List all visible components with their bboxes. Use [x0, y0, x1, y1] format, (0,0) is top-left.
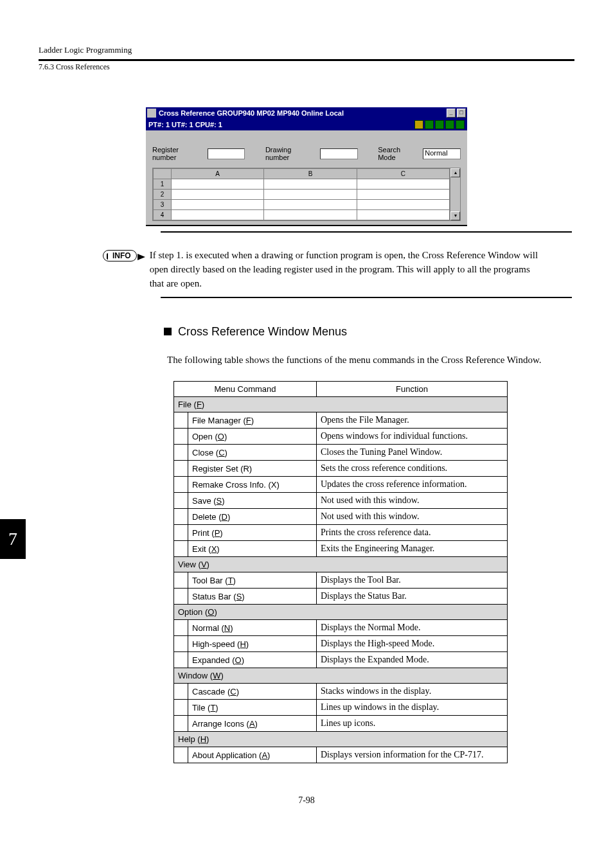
table-indent-cell [174, 684, 188, 700]
search-mode-input[interactable]: Normal [423, 148, 461, 159]
status-icon [425, 120, 434, 129]
table-function-cell: Sets the cross reference conditions. [317, 461, 508, 477]
table-indent-cell [174, 429, 188, 445]
register-number-input[interactable] [208, 148, 245, 159]
table-indent-cell [174, 541, 188, 557]
table-group-row: Help (H) [174, 732, 508, 747]
menu-commands-table: Menu Command Function File (F)File Manag… [173, 381, 508, 763]
info-badge: INFO [103, 250, 137, 261]
table-command-cell: Tool Bar (T) [188, 572, 317, 589]
status-icon [435, 120, 444, 129]
table-command-cell: High-speed (H) [188, 636, 317, 652]
table-function-cell: Displays version information for the CP-… [317, 747, 508, 763]
minimize-button[interactable]: _ [447, 109, 456, 118]
table-command-cell: About Application (A) [188, 747, 317, 763]
table-header-command: Menu Command [174, 382, 317, 397]
table-command-cell: Remake Cross Info. (X) [188, 477, 317, 493]
table-function-cell: Displays the Tool Bar. [317, 572, 508, 589]
table-indent-cell [174, 700, 188, 716]
table-command-cell: Expanded (O) [188, 652, 317, 668]
table-command-cell: Print (P) [188, 525, 317, 541]
grid-col-header: C [357, 169, 449, 179]
table-indent-cell [174, 636, 188, 652]
table-group-row: Window (W) [174, 668, 508, 684]
table-indent-cell [174, 445, 188, 461]
register-number-label: Register number [152, 146, 204, 161]
table-command-cell: Tile (T) [188, 700, 317, 716]
table-function-cell: Displays the Expanded Mode. [317, 652, 508, 668]
grid-col-header: A [172, 169, 264, 179]
table-function-cell: Displays the Normal Mode. [317, 620, 508, 636]
table-command-cell: Register Set (R) [188, 461, 317, 477]
grid-row-header: 4 [154, 210, 172, 220]
embedded-screenshot: Cross Reference GROUP940 MP02 MP940 Onli… [146, 107, 467, 226]
table-function-cell: Closes the Tuning Panel Window. [317, 445, 508, 461]
table-indent-cell [174, 493, 188, 509]
table-command-cell: Arrange Icons (A) [188, 716, 317, 732]
sub-head: 7.6.3 Cross References [39, 62, 574, 72]
grid-col-header: B [264, 169, 357, 179]
table-indent-cell [174, 652, 188, 668]
table-group-row: File (F) [174, 397, 508, 412]
table-command-cell: Close (C) [188, 445, 317, 461]
drawing-number-input[interactable] [320, 148, 358, 159]
maximize-button[interactable]: □ [457, 109, 466, 118]
window-icon [147, 109, 156, 118]
table-indent-cell [174, 412, 188, 429]
table-indent-cell [174, 509, 188, 525]
table-group-row: View (V) [174, 557, 508, 572]
section-heading: Cross Reference Window Menus [164, 325, 574, 339]
table-function-cell: Lines up windows in the display. [317, 700, 508, 716]
status-icon [445, 120, 454, 129]
table-indent-cell [174, 461, 188, 477]
result-grid[interactable]: A B C 1 2 3 4 [152, 168, 450, 221]
scroll-up-button[interactable]: ▴ [450, 168, 460, 177]
running-head: Ladder Logic Programming [39, 45, 574, 55]
grid-corner [154, 169, 172, 179]
search-mode-label: Search Mode [378, 146, 419, 161]
table-group-row: Option (O) [174, 605, 508, 620]
info-rule [161, 297, 572, 298]
table-indent-cell [174, 716, 188, 732]
table-command-cell: Cascade (C) [188, 684, 317, 700]
table-command-cell: Delete (D) [188, 509, 317, 525]
table-header-function: Function [317, 382, 508, 397]
bullet-square-icon [164, 328, 172, 335]
table-function-cell: Displays the Status Bar. [317, 589, 508, 605]
table-function-cell: Updates the cross reference information. [317, 477, 508, 493]
table-command-cell: Normal (N) [188, 620, 317, 636]
section-lead: The following table shows the functions … [167, 351, 553, 369]
table-function-cell: Opens windows for individual functions. [317, 429, 508, 445]
table-function-cell: Displays the High-speed Mode. [317, 636, 508, 652]
table-command-cell: Save (S) [188, 493, 317, 509]
table-function-cell: Not used with this window. [317, 509, 508, 525]
table-command-cell: Exit (X) [188, 541, 317, 557]
grid-row-header: 2 [154, 190, 172, 200]
table-function-cell: Exits the Engineering Manager. [317, 541, 508, 557]
table-command-cell: Status Bar (S) [188, 589, 317, 605]
scroll-down-button[interactable]: ▾ [450, 211, 460, 220]
table-indent-cell [174, 747, 188, 763]
status-icon [414, 120, 423, 129]
grid-row-header: 3 [154, 200, 172, 210]
table-function-cell: Not used with this window. [317, 493, 508, 509]
status-text: PT#: 1 UT#: 1 CPU#: 1 [148, 121, 222, 128]
status-icon [456, 120, 465, 129]
window-title: Cross Reference GROUP940 MP02 MP940 Onli… [159, 109, 447, 117]
chapter-tab: 7 [0, 519, 26, 559]
page-number: 7-98 [39, 795, 574, 806]
info-text: If step 1. is executed when a drawing or… [150, 249, 542, 290]
table-function-cell: Stacks windows in the display. [317, 684, 508, 700]
drawing-number-label: Drawing number [265, 146, 316, 161]
window-titlebar: Cross Reference GROUP940 MP02 MP940 Onli… [146, 107, 467, 119]
table-function-cell: Opens the File Manager. [317, 412, 508, 429]
rule-top [39, 59, 574, 61]
table-indent-cell [174, 525, 188, 541]
table-indent-cell [174, 589, 188, 605]
vertical-scrollbar[interactable]: ▴ ▾ [450, 168, 461, 221]
window-status-bar: PT#: 1 UT#: 1 CPU#: 1 [146, 119, 467, 130]
table-indent-cell [174, 477, 188, 493]
window-body: Register number Drawing number Search Mo… [146, 130, 467, 225]
table-function-cell: Lines up icons. [317, 716, 508, 732]
table-command-cell: Open (O) [188, 429, 317, 445]
